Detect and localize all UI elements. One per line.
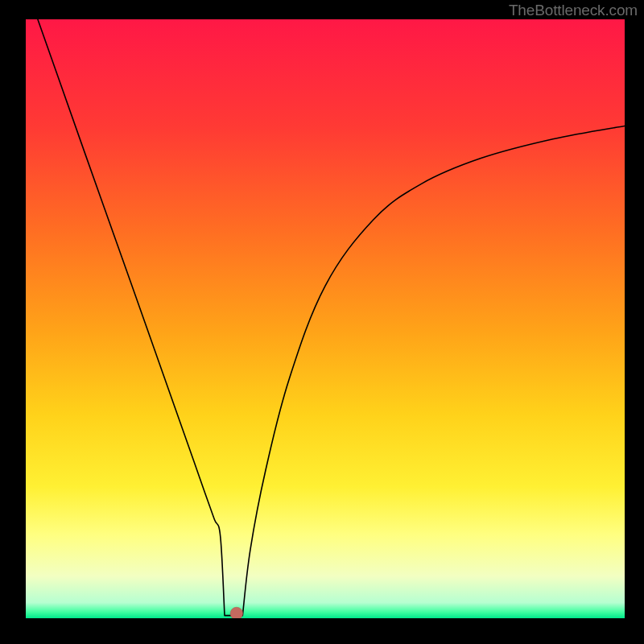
gradient-background [26, 19, 625, 618]
optimum-marker [230, 607, 243, 618]
watermark-text: TheBottleneck.com [509, 2, 638, 19]
plot-area [26, 19, 625, 618]
chart-svg [26, 19, 625, 618]
outer-black-frame: TheBottleneck.com [0, 0, 644, 644]
